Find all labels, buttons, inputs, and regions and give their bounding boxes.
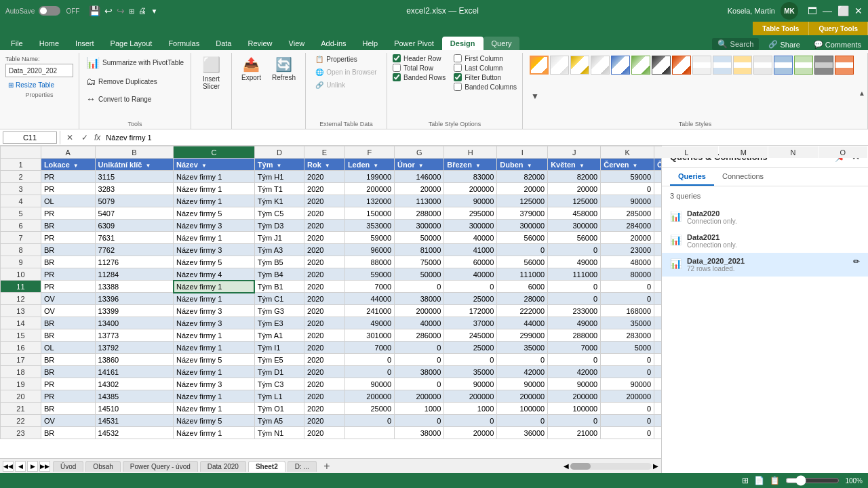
cell-I10[interactable]: 111000 <box>497 268 548 281</box>
cell-C20[interactable]: Název firmy 1 <box>174 390 255 403</box>
row-header-3[interactable]: 3 <box>1 183 41 195</box>
zoom-slider[interactable] <box>785 475 840 486</box>
tab-data[interactable]: Data <box>208 37 239 50</box>
cell-D8[interactable]: Tým A3 <box>254 244 304 256</box>
sheet-scroll-right[interactable]: ▶ <box>653 462 658 470</box>
th-unikatni-klic[interactable]: Unikátní klíč ▼ <box>95 159 173 171</box>
row-header-7[interactable]: 7 <box>1 232 41 244</box>
query-item-data2020[interactable]: 📊 Data2020 Connection only. <box>662 205 868 229</box>
cell-D9[interactable]: Tým B5 <box>254 256 304 268</box>
cell-K9[interactable]: 48000 <box>601 256 654 268</box>
first-column-checkbox[interactable] <box>454 54 462 62</box>
tab-view[interactable]: View <box>281 37 313 50</box>
cell-J17[interactable]: 0 <box>548 354 601 366</box>
cell-A20[interactable]: PR <box>41 390 95 403</box>
cell-E8[interactable]: 2020 <box>304 244 345 256</box>
cell-I5[interactable]: 379000 <box>497 207 548 220</box>
th-unor[interactable]: Únor ▼ <box>395 159 444 171</box>
cell-C4[interactable]: Název firmy 1 <box>174 195 255 207</box>
row-header-2[interactable]: 2 <box>1 171 41 183</box>
cell-J12[interactable]: 0 <box>548 293 601 305</box>
sheet-nav-prev[interactable]: ◀ <box>15 461 26 472</box>
cell-A23[interactable]: BR <box>41 427 95 439</box>
cell-C9[interactable]: Název firmy 5 <box>174 256 255 268</box>
cell-D15[interactable]: Tým A1 <box>254 329 304 342</box>
row-header-13[interactable]: 13 <box>1 305 41 317</box>
cell-A18[interactable]: BR <box>41 366 95 378</box>
sheet-tab-úvod[interactable]: Úvod <box>53 461 83 472</box>
cell-G13[interactable]: 200000 <box>395 305 444 317</box>
filter-button-option[interactable]: Filter Button <box>454 73 517 81</box>
row-header-11[interactable]: 11 <box>1 281 41 293</box>
style-swatch-1[interactable] <box>530 56 549 75</box>
cell-B11[interactable]: 13388 <box>95 281 173 293</box>
cell-K13[interactable]: 168000 <box>601 305 654 317</box>
table-name-input[interactable] <box>5 64 73 77</box>
cell-A5[interactable]: PR <box>41 207 95 220</box>
queries-tab[interactable]: Queries <box>670 168 714 186</box>
cell-B14[interactable]: 13400 <box>95 317 173 329</box>
col-header-N[interactable]: N <box>768 146 818 159</box>
cell-G5[interactable]: 288000 <box>395 207 444 220</box>
cell-C3[interactable]: Název firmy 1 <box>174 183 255 195</box>
cell-H13[interactable]: 172000 <box>444 305 497 317</box>
th-lokace[interactable]: Lokace ▼ <box>41 159 95 171</box>
cell-H17[interactable]: 0 <box>444 354 497 366</box>
row-header-10[interactable]: 10 <box>1 268 41 281</box>
cell-G9[interactable]: 75000 <box>395 256 444 268</box>
cell-G23[interactable]: 38000 <box>395 427 444 439</box>
tab-help[interactable]: Help <box>355 37 387 50</box>
cell-H8[interactable]: 41000 <box>444 244 497 256</box>
export-button[interactable]: 📤 Export <box>237 54 265 83</box>
col-header-J[interactable]: J <box>548 146 601 159</box>
cell-J15[interactable]: 288000 <box>548 329 601 342</box>
cell-A7[interactable]: PR <box>41 232 95 244</box>
style-swatch-5[interactable] <box>611 56 630 75</box>
window-minimize-icon[interactable]: — <box>823 5 832 16</box>
view-layout-icon[interactable]: 📄 <box>754 476 764 485</box>
cell-C5[interactable]: Název firmy 5 <box>174 207 255 220</box>
view-normal-icon[interactable]: ⊞ <box>742 476 749 485</box>
cell-A9[interactable]: BR <box>41 256 95 268</box>
cell-A3[interactable]: PR <box>41 183 95 195</box>
cell-K8[interactable]: 23000 <box>601 244 654 256</box>
row-header-16[interactable]: 16 <box>1 342 41 354</box>
cell-C10[interactable]: Název firmy 4 <box>174 268 255 281</box>
cell-K15[interactable]: 283000 <box>601 329 654 342</box>
cell-I19[interactable]: 90000 <box>497 378 548 390</box>
cell-K19[interactable]: 90000 <box>601 378 654 390</box>
cell-K4[interactable]: 90000 <box>601 195 654 207</box>
user-avatar[interactable]: MK <box>781 2 798 20</box>
cell-H6[interactable]: 300000 <box>444 220 497 232</box>
cell-H23[interactable]: 20000 <box>444 427 497 439</box>
customqat-icon[interactable]: ⊞ <box>129 7 134 15</box>
cell-B3[interactable]: 3283 <box>95 183 173 195</box>
remove-duplicates-button[interactable]: 🗂 Remove Duplicates <box>85 74 159 89</box>
sheet-scrollbar[interactable] <box>570 463 652 470</box>
tab-addins[interactable]: Add-ins <box>313 37 354 50</box>
col-header-H[interactable]: H <box>444 146 497 159</box>
cell-H14[interactable]: 37000 <box>444 317 497 329</box>
cell-B12[interactable]: 13396 <box>95 293 173 305</box>
cell-C7[interactable]: Název firmy 1 <box>174 232 255 244</box>
cell-K16[interactable]: 5000 <box>601 342 654 354</box>
cell-G10[interactable]: 50000 <box>395 268 444 281</box>
cell-J5[interactable]: 458000 <box>548 207 601 220</box>
tab-insert[interactable]: Insert <box>67 37 102 50</box>
resize-table-button[interactable]: ⊞ Resize Table <box>5 80 73 90</box>
cell-H19[interactable]: 90000 <box>444 378 497 390</box>
cell-H9[interactable]: 60000 <box>444 256 497 268</box>
add-sheet-button[interactable]: + <box>320 460 334 473</box>
cell-E9[interactable]: 2020 <box>304 256 345 268</box>
cell-I15[interactable]: 299000 <box>497 329 548 342</box>
cell-D6[interactable]: Tým D3 <box>254 220 304 232</box>
cell-F2[interactable]: 199000 <box>344 171 394 183</box>
cell-F13[interactable]: 241000 <box>344 305 394 317</box>
cell-reference-input[interactable] <box>3 131 57 144</box>
style-swatch-3[interactable] <box>570 56 589 75</box>
cell-D10[interactable]: Tým B4 <box>254 268 304 281</box>
row-header-20[interactable]: 20 <box>1 390 41 403</box>
cell-G2[interactable]: 146000 <box>395 171 444 183</box>
col-header-F[interactable]: F <box>344 146 394 159</box>
cell-I14[interactable]: 44000 <box>497 317 548 329</box>
